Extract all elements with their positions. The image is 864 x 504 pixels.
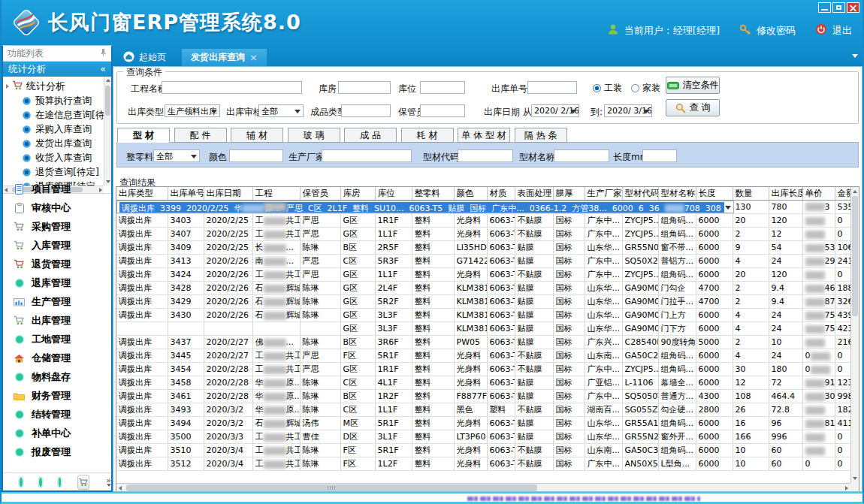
order-no-input[interactable] [527,81,577,94]
sidebar-item-补单中心[interactable]: 补单中心 [3,424,111,442]
table-row[interactable]: 调拨出库35122020/3/4工共工程陈琳F区1L2F整料光身料6063-T5… [116,457,858,471]
cart-button[interactable] [77,475,89,490]
pin-icon[interactable] [100,46,107,61]
audit-select[interactable]: 全部 [258,104,304,117]
collapse-icon[interactable]: « [100,62,106,77]
column-header[interactable]: 工程 [252,187,300,200]
column-header[interactable]: 库房 [340,187,375,200]
material-tab-0[interactable]: 型 材 [117,128,170,143]
profile-name-input[interactable] [554,149,609,162]
table-row[interactable]: 调拨出库35102020/3/4工共工程陈琳F区5R1F整料光身料6063-T5… [116,444,858,457]
column-header[interactable]: 材质 [487,187,515,200]
radio-gongzhuang[interactable]: 工装 [593,82,622,95]
sidebar-item-仓储管理[interactable]: 仓储管理 [3,349,111,367]
search-button[interactable]: 查 询 [666,99,720,116]
table-row[interactable]: 调拨出库35002020/3/3工共工程曹佳D区3L1F整料LT3P606063… [116,430,858,444]
tree-item[interactable]: 发货出库查询 [6,137,102,151]
date-from-picker[interactable]: 2020/ 2/16 [531,104,579,117]
green-circle-icon[interactable] [20,478,23,487]
tree-item[interactable]: 收货入库查询 [6,151,102,165]
table-row[interactable]: 调拨出库34242020/2/26工共工程严思G区1L1F整料光身料6063-T… [116,268,858,282]
green-circle-icon[interactable] [39,478,42,487]
warehouse-input[interactable] [338,81,391,94]
logout-link[interactable]: 退出 [832,24,852,38]
change-password-link[interactable]: 修改密码 [757,24,796,38]
material-tab-7[interactable]: 隔 热 条 [515,128,567,143]
tree-item[interactable]: 退货查询[待定] [6,165,102,180]
table-row[interactable]: 调拨出库34612020/2/28华原...陈琳B区1R2F整料F8877FT6… [116,390,858,403]
column-header[interactable]: 型材名称 [658,187,696,200]
color-input[interactable] [229,149,283,162]
column-header[interactable]: 出库日期 [204,187,252,200]
tree-item[interactable]: 预算执行查询 [6,94,102,108]
table-row[interactable]: 调拨出库34582020/2/28华原...陈琳C区4L1F整料光身料6063-… [116,376,858,390]
expander-icon[interactable] [6,84,9,89]
sidebar-item-审核中心[interactable]: 审核中心 [3,198,111,217]
table-row[interactable]: 调拨出库34932020/3/2华原...陈琳C区1L1F整料黑色塑料不贴膜国标… [116,403,858,417]
table-row[interactable]: 调拨出库34032020/2/25工共工程严思G区1R1F整料光身料6063-T… [116,214,858,228]
clear-conditions-button[interactable]: 清空条件 [666,77,720,94]
table-row[interactable]: 调拨出库34372020/2/27佛...陈琳B区3R6F整料PW056063-… [116,336,858,349]
sidebar-item-生产管理[interactable]: 生产管理 [3,292,111,311]
table-vertical-scrollbar[interactable] [850,187,859,483]
keeper-input[interactable] [420,104,465,117]
table-row[interactable]: 调拨出库33992020/2/25华原...严思C区2L1F整料SU10...6… [116,201,734,213]
tree-item[interactable]: 在途信息查询[待 [6,108,102,122]
column-header[interactable]: 出库长度 [769,187,802,200]
table-row[interactable]: 调拨出库34072020/2/25工共工程严思G区1L1F整料光身料6063-T… [116,228,858,241]
table-row[interactable]: 调拨出库34132020/2/26南...严思C区5R3F整料G71422606… [116,255,858,268]
column-header[interactable]: 出库单号 [168,187,204,200]
sidebar-item-退库管理[interactable]: 退库管理 [3,273,111,292]
radio-jiazhuang[interactable]: 家装 [631,82,660,95]
material-tab-3[interactable]: 玻 璃 [288,128,340,143]
sidebar-item-结转管理[interactable]: 结转管理 [3,405,111,424]
column-header[interactable]: 长度 [696,187,733,200]
table-horizontal-scrollbar[interactable] [116,483,850,492]
close-button[interactable] [847,2,859,13]
table-row[interactable]: 调拨出库34282020/2/26石辉城陈琳G区2L4F整料KLM3817606… [116,282,858,295]
material-tab-5[interactable]: 耗 材 [401,128,454,143]
profile-code-input[interactable] [458,149,513,162]
table-row[interactable]: 调拨出库34942020/3/2石辉城汤伟M区5R1F整料光身料6063-T5贴… [116,417,858,430]
length-input[interactable] [642,149,677,162]
column-header[interactable]: 整零料 [412,187,454,200]
outbound-type-select[interactable]: 生产领料出库 [165,104,220,117]
maximize-button[interactable] [832,2,845,13]
date-to-picker[interactable]: 2020/ 3/16 [604,104,652,117]
table-row[interactable]: 调拨出库34542020/2/28工共工程严思G区1R1F整料光身料6063-T… [116,363,858,376]
minimize-button[interactable] [818,2,831,13]
column-header[interactable]: 生产厂家 [585,187,622,200]
tab-close-icon[interactable]: × [249,52,258,63]
tree-vertical-scrollbar[interactable] [104,77,111,186]
column-header[interactable]: 型材代码 [622,187,658,200]
column-header[interactable]: 保管员 [300,187,340,200]
material-tab-1[interactable]: 配 件 [174,128,227,143]
material-tab-6[interactable]: 单 体 型 材 [458,128,510,143]
column-header[interactable]: 单价 [802,187,835,200]
product-type-input[interactable] [341,104,391,117]
tree-item[interactable]: 采购入库查询 [6,122,102,137]
table-row[interactable]: 调拨出库34302020/2/26石辉城陈琳G区3L3F整料KLM3817606… [116,309,858,322]
sidebar-item-物料盘存[interactable]: 物料盘存 [3,367,111,386]
column-header[interactable]: 数量 [733,187,769,200]
column-header[interactable]: 膜厚 [553,187,585,200]
sidebar-item-财务管理[interactable]: 财务管理 [3,386,111,405]
project-name-input[interactable] [162,81,302,94]
sidebar-item-报废管理[interactable]: 报废管理 [3,442,111,461]
table-row[interactable]: 调拨出库34092020/2/25长...陈琳B区2R5F整料LI35HD606… [116,241,858,255]
sidebar-item-退货管理[interactable]: 退货管理 [3,255,111,273]
tab-list-dropdown-icon[interactable] [852,54,858,58]
sidebar-item-项目管理[interactable]: 项目管理 [3,180,111,198]
material-tab-2[interactable]: 辅 材 [231,128,283,143]
whole-part-select[interactable]: 全部 [153,149,200,162]
tree-root[interactable]: 统计分析 [6,79,102,94]
sidebar-item-工地管理[interactable]: 工地管理 [3,330,111,349]
green-circle-icon[interactable] [59,478,62,487]
column-header[interactable]: 库位 [375,187,412,200]
sidebar-item-入库管理[interactable]: 入库管理 [3,236,111,255]
table-row[interactable]: 调拨出库34452020/2/27工共工程严思F区5R1F整料光身料6063-T… [116,349,858,363]
material-tab-4[interactable]: 成 品 [344,128,397,143]
column-header[interactable]: 表面处理 [515,187,553,200]
more-buttons-chevron[interactable]: » [106,478,111,487]
tab-shipment-outbound-query[interactable]: 发货出库查询 × [182,49,267,66]
